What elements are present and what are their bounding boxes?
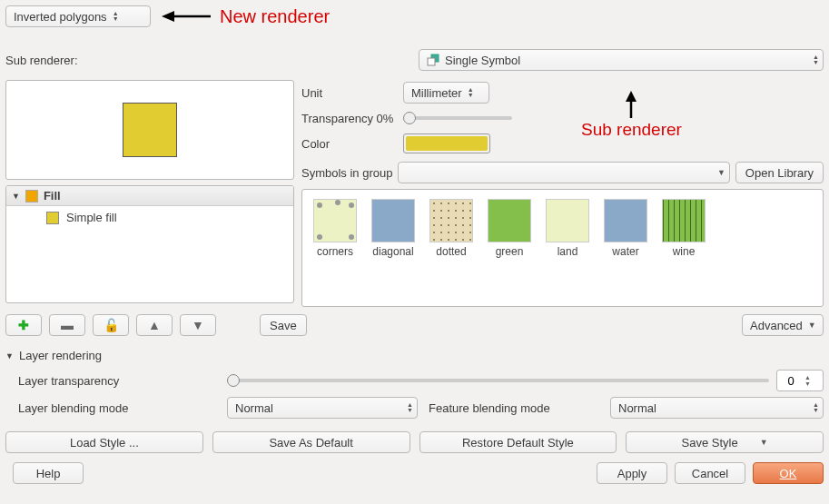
simple-fill-label: Simple fill	[66, 211, 117, 224]
symbol-library-list[interactable]: corners diagonal dotted green land water…	[301, 189, 824, 307]
symbol-label: water	[602, 245, 649, 258]
chevron-updown-icon: ▲▼	[813, 402, 819, 413]
symbol-tile	[662, 199, 706, 242]
preview-swatch	[123, 103, 177, 157]
transparency-label: Transparency 0%	[301, 112, 403, 125]
symbol-label: diagonal	[370, 245, 417, 258]
layer-transparency-label: Layer transparency	[18, 374, 227, 388]
fill-swatch-icon	[25, 190, 38, 203]
save-default-label: Save As Default	[269, 436, 353, 450]
symbol-tile	[488, 199, 531, 242]
ok-label: OK	[780, 467, 797, 480]
symbol-tile	[371, 199, 415, 242]
load-style-button[interactable]: Load Style ...	[5, 431, 203, 453]
color-label: Color	[301, 137, 403, 151]
layer-blend-combo[interactable]: Normal ▲▼	[227, 397, 418, 419]
chevron-down-icon: ▼	[760, 438, 768, 447]
feature-blend-value: Normal	[618, 401, 656, 415]
single-symbol-icon	[427, 54, 439, 66]
plus-icon: ✚	[18, 318, 29, 332]
svg-marker-1	[162, 11, 174, 22]
symbol-preview	[5, 80, 294, 180]
symbol-label: green	[486, 245, 533, 258]
cancel-label: Cancel	[692, 467, 728, 480]
arrow-up-icon	[623, 91, 639, 118]
subrenderer-label: Sub renderer:	[5, 54, 419, 67]
symbol-label: land	[544, 245, 591, 258]
layer-transparency-spinbox[interactable]: ▲▼	[776, 370, 824, 391]
save-symbol-button[interactable]: Save	[260, 314, 307, 336]
layer-rendering-label: Layer rendering	[19, 349, 102, 362]
triangle-up-icon: ▲	[148, 318, 161, 332]
color-button[interactable]	[403, 133, 490, 153]
unit-value: Millimeter	[411, 86, 462, 100]
restore-default-button[interactable]: Restore Default Style	[419, 431, 617, 453]
chevron-updown-icon: ▲▼	[468, 87, 474, 98]
unit-label: Unit	[301, 86, 403, 100]
remove-layer-button[interactable]: ▬	[49, 314, 85, 336]
subrenderer-annotation: Sub renderer	[581, 120, 682, 140]
feature-blend-combo[interactable]: Normal ▲▼	[610, 397, 824, 419]
symbol-tile	[546, 199, 589, 242]
chevron-updown-icon: ▲▼	[407, 402, 413, 413]
help-button[interactable]: Help	[13, 462, 84, 484]
symbol-label: wine	[660, 245, 707, 258]
triangle-down-icon: ▼	[12, 192, 20, 201]
add-layer-button[interactable]: ✚	[5, 314, 42, 336]
save-label: Save	[270, 319, 297, 332]
advanced-combo[interactable]: Advanced ▼	[742, 314, 824, 336]
fill-label: Fill	[44, 189, 61, 203]
symbol-item-water[interactable]: water	[602, 199, 649, 258]
symbol-item-green[interactable]: green	[486, 199, 533, 258]
unit-combo[interactable]: Millimeter ▲▼	[403, 82, 489, 104]
symbol-item-dotted[interactable]: dotted	[428, 199, 475, 258]
layer-transparency-value[interactable]	[777, 374, 804, 388]
layer-blend-value: Normal	[235, 401, 273, 415]
symbol-layer-tree[interactable]: ▼ Fill Simple fill	[5, 185, 294, 303]
layer-transparency-slider[interactable]	[227, 379, 769, 382]
simple-fill-swatch-icon	[46, 212, 59, 224]
svg-marker-5	[626, 91, 637, 102]
load-style-label: Load Style ...	[70, 436, 139, 450]
move-up-button[interactable]: ▲	[136, 314, 173, 336]
spinner-icon: ▲▼	[804, 374, 813, 387]
cancel-button[interactable]: Cancel	[675, 462, 745, 484]
subrenderer-combo[interactable]: Single Symbol ▲▼	[419, 49, 824, 71]
svg-rect-3	[428, 58, 435, 65]
help-label: Help	[36, 467, 61, 480]
lock-icon: 🔓	[104, 318, 119, 332]
open-library-button[interactable]: Open Library	[735, 162, 824, 183]
feature-blend-label: Feature blending mode	[429, 401, 610, 415]
symbol-item-wine[interactable]: wine	[660, 199, 707, 258]
ok-button[interactable]: OK	[753, 462, 824, 484]
symbol-label: dotted	[428, 245, 475, 258]
arrow-left-icon	[162, 8, 211, 25]
symbols-group-combo[interactable]: ▼	[398, 162, 729, 183]
lock-layer-button[interactable]: 🔓	[93, 314, 129, 336]
save-style-label: Save Style	[682, 436, 738, 450]
chevron-updown-icon: ▲▼	[813, 54, 819, 65]
layer-blend-label: Layer blending mode	[18, 401, 227, 415]
symbol-item-land[interactable]: land	[544, 199, 591, 258]
apply-label: Apply	[617, 467, 647, 480]
renderer-combo[interactable]: Inverted polygons ▲▼	[5, 5, 151, 27]
triangle-down-icon: ▼	[5, 351, 14, 361]
symbol-tile	[429, 199, 473, 242]
transparency-slider[interactable]	[403, 116, 512, 120]
tree-row-fill[interactable]: ▼ Fill	[6, 186, 293, 206]
tree-row-simple-fill[interactable]: Simple fill	[6, 206, 293, 224]
advanced-label: Advanced	[750, 319, 803, 332]
layer-rendering-toggle[interactable]: ▼ Layer rendering	[5, 349, 824, 362]
open-library-label: Open Library	[745, 166, 814, 180]
triangle-down-icon: ▼	[192, 318, 204, 332]
save-style-button[interactable]: Save Style▼	[626, 431, 824, 453]
symbol-item-diagonal[interactable]: diagonal	[370, 199, 417, 258]
minus-icon: ▬	[61, 318, 74, 332]
save-default-button[interactable]: Save As Default	[212, 431, 410, 453]
symbols-group-label: Symbols in group	[301, 166, 392, 180]
symbol-tile	[313, 199, 357, 242]
symbol-label: corners	[311, 245, 359, 258]
apply-button[interactable]: Apply	[597, 462, 667, 484]
move-down-button[interactable]: ▼	[180, 314, 216, 336]
symbol-item-corners[interactable]: corners	[311, 199, 359, 258]
